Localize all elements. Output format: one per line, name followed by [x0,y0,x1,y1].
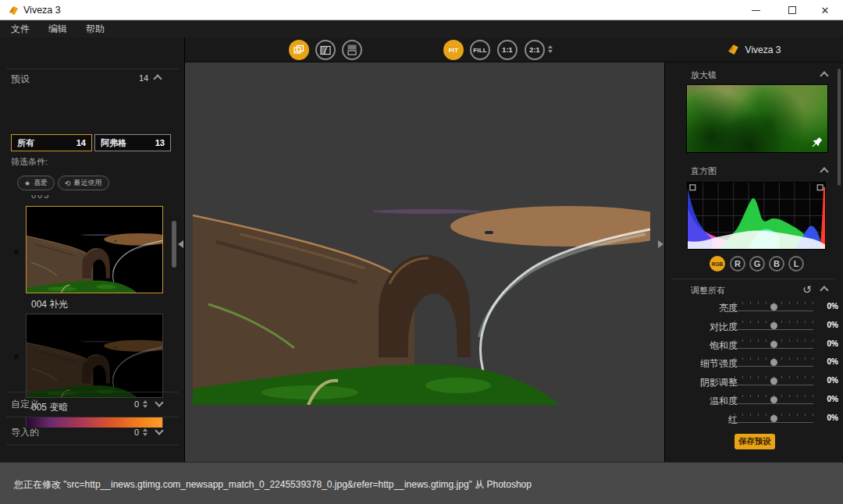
favorite-star-icon[interactable]: ★ [11,350,21,364]
status-message: 您正在修改 "src=http__inews.gtimg.com_newsapp… [14,478,532,492]
channel-rgb-button[interactable]: RGB [710,256,725,272]
slider-value: 0% [815,321,838,329]
zoom-fill-button[interactable]: FILL [470,40,490,60]
pin-icon[interactable] [810,137,823,149]
divider [671,279,835,279]
channel-l-button[interactable]: L [788,256,804,272]
channel-g-button[interactable]: G [749,256,765,272]
slider-value: 0% [815,413,838,422]
section-custom[interactable]: 自定义 0 [0,395,185,413]
slider-label: 红 [671,413,738,427]
slider-thumb[interactable] [770,303,777,311]
sidebar-scrollbar[interactable] [172,221,176,268]
chevron-down-icon[interactable] [155,398,163,406]
slider-track[interactable] [735,357,813,367]
close-icon: ✕ [821,5,830,16]
menu-file[interactable]: 文件 [11,23,30,36]
filter-favorites-pill[interactable]: ★ 喜爱 [17,176,55,190]
preset-thumbnail-004[interactable] [26,206,163,293]
stack-compare-icon [347,44,357,55]
slider-track[interactable] [735,339,813,349]
pill-label: 最近使用 [74,178,102,188]
app-icon [8,5,20,16]
slider-thumb[interactable] [770,415,777,422]
slider-value: 0% [815,339,838,348]
tab-all-presets[interactable]: 所有 14 [11,134,92,151]
slider-row-red: 红 0% [664,412,843,424]
filter-recent-pill[interactable]: ⟲ 最近使用 [58,176,109,190]
zoom-200-button[interactable]: 2:1 [525,40,545,60]
slider-label: 饱和度 [671,339,738,353]
presets-sidebar: 预设 14 所有 14 阿弗格 13 筛选条件: ★ 喜爱 ⟲ 最近使用 003… [0,37,185,462]
close-button[interactable]: ✕ [807,0,843,20]
tab-count: 14 [76,138,86,147]
histogram [687,182,826,250]
star-icon: ★ [24,179,30,187]
save-preset-button[interactable]: 保存预设 [735,434,775,449]
split-compare-button[interactable] [315,40,336,60]
zoom-100-button[interactable]: 1:1 [497,40,518,60]
histogram-plot [688,183,825,249]
tab-group-presets[interactable]: 阿弗格 13 [94,134,171,151]
slider-thumb[interactable] [770,378,777,385]
slider-track[interactable] [735,375,813,385]
presets-title: 预设 [11,73,30,86]
slider-label: 细节强度 [671,357,738,371]
slider-thumb[interactable] [770,396,777,403]
history-icon: ⟲ [65,179,71,187]
slider-thumb[interactable] [770,341,777,348]
preset-thumbnail-005[interactable] [26,314,163,398]
zoom-fit-button[interactable]: FIT [443,40,464,60]
section-count: 0 [134,428,139,437]
count-stepper[interactable] [143,400,148,408]
panel-scrollbar[interactable] [838,69,841,186]
chevron-down-icon[interactable] [155,426,163,435]
divider [6,445,179,445]
slider-value: 0% [815,357,838,366]
slider-thumb[interactable] [770,359,777,366]
divider [6,417,179,417]
highlight-clip-indicator[interactable] [817,185,823,190]
slider-row-warmth: 温和度 0% [664,393,843,406]
single-view-button[interactable] [289,40,309,60]
slider-label: 对比度 [671,321,738,334]
channel-r-button[interactable]: R [730,256,745,272]
menu-bar: 文件 编辑 帮助 [0,20,843,37]
brand-name: Viveza 3 [745,44,781,55]
zoom-label: FILL [473,47,487,54]
count-stepper[interactable] [143,428,148,436]
section-imported[interactable]: 导入的 0 [0,423,185,442]
preset-image [27,314,163,397]
slider-track[interactable] [735,301,813,311]
tab-label: 所有 [17,137,34,149]
maximize-button[interactable] [774,0,810,20]
loupe-preview[interactable] [686,84,828,153]
reset-icon[interactable]: ↺ [802,284,812,295]
zoom-stepper[interactable] [548,45,553,53]
histogram-title: 直方图 [691,165,717,177]
slider-thumb[interactable] [770,322,777,329]
slider-track[interactable] [735,413,813,423]
preset-image [27,207,163,293]
channel-label: G [754,259,761,268]
window-title: Viveza 3 [23,5,61,16]
channel-label: B [774,259,780,268]
chevron-up-icon[interactable] [153,74,162,83]
slider-track[interactable] [735,394,813,404]
divider [6,392,179,392]
collapse-left-panel-arrow[interactable] [178,240,183,248]
favorite-star-icon[interactable]: ★ [11,245,21,259]
menu-help[interactable]: 帮助 [86,23,105,36]
menu-edit[interactable]: 编辑 [48,23,67,36]
collapse-right-panel-arrow[interactable] [658,240,663,248]
channel-b-button[interactable]: B [769,256,784,272]
adjust-all-title: 调整所有 [691,285,725,296]
viveza-logo-icon [727,43,740,56]
slider-row-shadows: 阴影调整 0% [664,374,843,387]
slider-track[interactable] [735,320,813,330]
section-label: 自定义 [11,398,39,411]
stack-compare-button[interactable] [342,40,362,60]
shadow-clip-indicator[interactable] [690,185,695,190]
minimize-button[interactable] [738,0,774,20]
canvas-toolbar [185,37,664,62]
